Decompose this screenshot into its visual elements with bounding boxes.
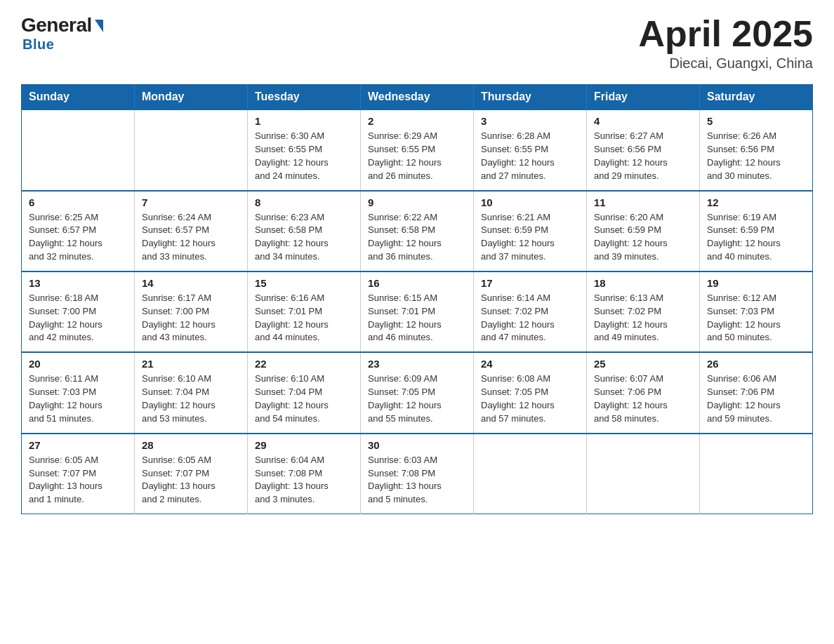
- day-number: 26: [707, 358, 805, 370]
- day-number: 2: [368, 115, 466, 127]
- day-number: 6: [29, 196, 127, 208]
- day-info: Sunrise: 6:27 AMSunset: 6:56 PMDaylight:…: [594, 130, 692, 182]
- calendar-header-saturday: Saturday: [700, 85, 813, 110]
- day-number: 5: [707, 115, 805, 127]
- day-info: Sunrise: 6:25 AMSunset: 6:57 PMDaylight:…: [29, 211, 127, 264]
- calendar-day-25: 25Sunrise: 6:07 AMSunset: 7:06 PMDayligh…: [587, 352, 700, 433]
- calendar-empty-cell: [135, 109, 248, 190]
- calendar-day-8: 8Sunrise: 6:23 AMSunset: 6:58 PMDaylight…: [248, 191, 361, 271]
- calendar-week-row: 27Sunrise: 6:05 AMSunset: 7:07 PMDayligh…: [22, 434, 813, 514]
- calendar-header-row: SundayMondayTuesdayWednesdayThursdayFrid…: [22, 85, 813, 110]
- day-info: Sunrise: 6:26 AMSunset: 6:56 PMDaylight:…: [707, 130, 805, 182]
- day-number: 12: [707, 196, 805, 208]
- day-info: Sunrise: 6:21 AMSunset: 6:59 PMDaylight:…: [481, 211, 579, 264]
- calendar-day-10: 10Sunrise: 6:21 AMSunset: 6:59 PMDayligh…: [474, 191, 587, 271]
- calendar-day-30: 30Sunrise: 6:03 AMSunset: 7:08 PMDayligh…: [361, 434, 474, 514]
- calendar-empty-cell: [587, 434, 700, 514]
- day-info: Sunrise: 6:10 AMSunset: 7:04 PMDaylight:…: [255, 373, 353, 425]
- day-number: 3: [481, 115, 579, 127]
- day-info: Sunrise: 6:16 AMSunset: 7:01 PMDaylight:…: [255, 292, 353, 344]
- logo: General Blue: [21, 14, 103, 53]
- day-info: Sunrise: 6:29 AMSunset: 6:55 PMDaylight:…: [368, 130, 466, 182]
- calendar-empty-cell: [700, 434, 813, 514]
- calendar-day-9: 9Sunrise: 6:22 AMSunset: 6:58 PMDaylight…: [361, 191, 474, 271]
- day-info: Sunrise: 6:28 AMSunset: 6:55 PMDaylight:…: [481, 130, 579, 182]
- calendar-week-row: 20Sunrise: 6:11 AMSunset: 7:03 PMDayligh…: [22, 352, 813, 433]
- calendar-day-2: 2Sunrise: 6:29 AMSunset: 6:55 PMDaylight…: [361, 109, 474, 190]
- logo-arrow-icon: [95, 20, 103, 32]
- day-number: 23: [368, 358, 466, 370]
- day-number: 30: [368, 439, 466, 451]
- day-number: 28: [142, 439, 240, 451]
- day-number: 29: [255, 439, 353, 451]
- calendar-day-16: 16Sunrise: 6:15 AMSunset: 7:01 PMDayligh…: [361, 271, 474, 352]
- calendar-week-row: 13Sunrise: 6:18 AMSunset: 7:00 PMDayligh…: [22, 271, 813, 352]
- calendar-day-26: 26Sunrise: 6:06 AMSunset: 7:06 PMDayligh…: [700, 352, 813, 433]
- calendar-header-wednesday: Wednesday: [361, 85, 474, 110]
- calendar-day-18: 18Sunrise: 6:13 AMSunset: 7:02 PMDayligh…: [587, 271, 700, 352]
- day-number: 15: [255, 277, 353, 289]
- day-number: 9: [368, 196, 466, 208]
- day-number: 11: [594, 196, 692, 208]
- day-number: 17: [481, 277, 579, 289]
- day-number: 22: [255, 358, 353, 370]
- calendar-day-21: 21Sunrise: 6:10 AMSunset: 7:04 PMDayligh…: [135, 352, 248, 433]
- calendar-header-tuesday: Tuesday: [248, 85, 361, 110]
- day-number: 4: [594, 115, 692, 127]
- day-number: 25: [594, 358, 692, 370]
- calendar-day-4: 4Sunrise: 6:27 AMSunset: 6:56 PMDaylight…: [587, 109, 700, 190]
- day-number: 13: [29, 277, 127, 289]
- day-info: Sunrise: 6:23 AMSunset: 6:58 PMDaylight:…: [255, 211, 353, 264]
- logo-general-label: General: [21, 14, 92, 36]
- calendar-day-3: 3Sunrise: 6:28 AMSunset: 6:55 PMDaylight…: [474, 109, 587, 190]
- day-info: Sunrise: 6:19 AMSunset: 6:59 PMDaylight:…: [707, 211, 805, 264]
- calendar-week-row: 6Sunrise: 6:25 AMSunset: 6:57 PMDaylight…: [22, 191, 813, 271]
- day-info: Sunrise: 6:13 AMSunset: 7:02 PMDaylight:…: [594, 292, 692, 344]
- page-header: General Blue April 2025 Diecai, Guangxi,…: [21, 14, 813, 72]
- calendar-day-13: 13Sunrise: 6:18 AMSunset: 7:00 PMDayligh…: [22, 271, 135, 352]
- day-info: Sunrise: 6:18 AMSunset: 7:00 PMDaylight:…: [29, 292, 127, 344]
- logo-blue-label: Blue: [22, 36, 54, 53]
- calendar-day-11: 11Sunrise: 6:20 AMSunset: 6:59 PMDayligh…: [587, 191, 700, 271]
- calendar-header-friday: Friday: [587, 85, 700, 110]
- day-info: Sunrise: 6:06 AMSunset: 7:06 PMDaylight:…: [707, 373, 805, 425]
- day-number: 10: [481, 196, 579, 208]
- day-info: Sunrise: 6:30 AMSunset: 6:55 PMDaylight:…: [255, 130, 353, 182]
- day-info: Sunrise: 6:08 AMSunset: 7:05 PMDaylight:…: [481, 373, 579, 425]
- day-info: Sunrise: 6:09 AMSunset: 7:05 PMDaylight:…: [368, 373, 466, 425]
- day-info: Sunrise: 6:12 AMSunset: 7:03 PMDaylight:…: [707, 292, 805, 344]
- calendar-table: SundayMondayTuesdayWednesdayThursdayFrid…: [21, 84, 813, 514]
- calendar-day-12: 12Sunrise: 6:19 AMSunset: 6:59 PMDayligh…: [700, 191, 813, 271]
- calendar-day-29: 29Sunrise: 6:04 AMSunset: 7:08 PMDayligh…: [248, 434, 361, 514]
- calendar-day-14: 14Sunrise: 6:17 AMSunset: 7:00 PMDayligh…: [135, 271, 248, 352]
- day-info: Sunrise: 6:10 AMSunset: 7:04 PMDaylight:…: [142, 373, 240, 425]
- day-number: 18: [594, 277, 692, 289]
- day-number: 16: [368, 277, 466, 289]
- day-info: Sunrise: 6:24 AMSunset: 6:57 PMDaylight:…: [142, 211, 240, 264]
- calendar-day-24: 24Sunrise: 6:08 AMSunset: 7:05 PMDayligh…: [474, 352, 587, 433]
- calendar-day-17: 17Sunrise: 6:14 AMSunset: 7:02 PMDayligh…: [474, 271, 587, 352]
- calendar-day-6: 6Sunrise: 6:25 AMSunset: 6:57 PMDaylight…: [22, 191, 135, 271]
- calendar-day-5: 5Sunrise: 6:26 AMSunset: 6:56 PMDaylight…: [700, 109, 813, 190]
- day-number: 19: [707, 277, 805, 289]
- calendar-empty-cell: [474, 434, 587, 514]
- day-info: Sunrise: 6:15 AMSunset: 7:01 PMDaylight:…: [368, 292, 466, 344]
- day-info: Sunrise: 6:04 AMSunset: 7:08 PMDaylight:…: [255, 454, 353, 507]
- calendar-day-23: 23Sunrise: 6:09 AMSunset: 7:05 PMDayligh…: [361, 352, 474, 433]
- day-info: Sunrise: 6:17 AMSunset: 7:00 PMDaylight:…: [142, 292, 240, 344]
- day-number: 21: [142, 358, 240, 370]
- calendar-day-22: 22Sunrise: 6:10 AMSunset: 7:04 PMDayligh…: [248, 352, 361, 433]
- day-number: 1: [255, 115, 353, 127]
- day-number: 7: [142, 196, 240, 208]
- day-number: 14: [142, 277, 240, 289]
- calendar-day-27: 27Sunrise: 6:05 AMSunset: 7:07 PMDayligh…: [22, 434, 135, 514]
- calendar-day-7: 7Sunrise: 6:24 AMSunset: 6:57 PMDaylight…: [135, 191, 248, 271]
- calendar-header-sunday: Sunday: [22, 85, 135, 110]
- day-info: Sunrise: 6:22 AMSunset: 6:58 PMDaylight:…: [368, 211, 466, 264]
- day-info: Sunrise: 6:14 AMSunset: 7:02 PMDaylight:…: [481, 292, 579, 344]
- day-number: 24: [481, 358, 579, 370]
- day-info: Sunrise: 6:11 AMSunset: 7:03 PMDaylight:…: [29, 373, 127, 425]
- calendar-day-28: 28Sunrise: 6:05 AMSunset: 7:07 PMDayligh…: [135, 434, 248, 514]
- day-info: Sunrise: 6:05 AMSunset: 7:07 PMDaylight:…: [142, 454, 240, 507]
- day-info: Sunrise: 6:20 AMSunset: 6:59 PMDaylight:…: [594, 211, 692, 264]
